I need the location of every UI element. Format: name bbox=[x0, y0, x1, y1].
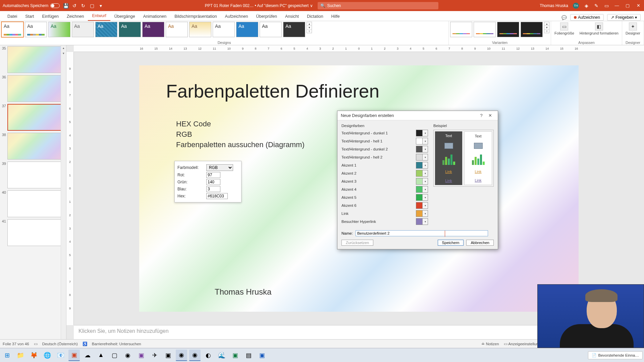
close-icon[interactable]: ✕ bbox=[635, 3, 641, 8]
chevron-down-icon[interactable]: ▾ bbox=[422, 186, 428, 192]
tab-datei[interactable]: Datei bbox=[3, 12, 21, 21]
app-icon[interactable]: ☁ bbox=[82, 350, 93, 361]
window-icon[interactable]: ▭ bbox=[604, 3, 609, 8]
slide-thumb[interactable] bbox=[7, 46, 64, 73]
firefox-icon[interactable]: 🦊 bbox=[28, 350, 40, 361]
edge-icon[interactable]: 🌊 bbox=[216, 350, 227, 361]
slide-size-button[interactable]: ▭Foliengröße bbox=[552, 22, 576, 36]
slide-title[interactable]: Farbenpaletten Definieren bbox=[166, 80, 379, 102]
app-icon[interactable]: ◉ bbox=[122, 350, 133, 361]
color-dropdown[interactable]: ▾ bbox=[416, 170, 428, 177]
share-button[interactable]: ↗Freigeben ▾ bbox=[607, 14, 641, 21]
chevron-down-icon[interactable]: ▾ bbox=[422, 219, 428, 225]
tab-uebergaenge[interactable]: Übergänge bbox=[110, 12, 139, 21]
color-dropdown[interactable]: ▾ bbox=[416, 162, 428, 169]
theme-thumb[interactable]: Aa bbox=[95, 22, 117, 37]
chevron-down-icon[interactable]: ▾ bbox=[422, 146, 428, 152]
theme-thumb[interactable]: Aa bbox=[189, 22, 211, 37]
app-icon[interactable]: ▣ bbox=[162, 350, 174, 361]
tab-start[interactable]: Start bbox=[21, 12, 38, 21]
theme-thumb[interactable]: Aa bbox=[48, 22, 70, 37]
blau-input[interactable] bbox=[206, 186, 220, 192]
theme-thumb[interactable]: Aa bbox=[142, 22, 164, 37]
theme-thumb[interactable]: Aa bbox=[1, 22, 23, 37]
status-lang[interactable]: Deutsch (Österreich) bbox=[42, 342, 78, 346]
qat-more-icon[interactable]: ▾ bbox=[98, 3, 103, 8]
theme-thumb[interactable]: Aa bbox=[166, 22, 188, 37]
designer-button[interactable]: ✦Designer bbox=[624, 22, 642, 36]
user-avatar[interactable]: TH bbox=[573, 3, 579, 9]
variant-thumb[interactable] bbox=[450, 22, 472, 37]
slide-thumb[interactable] bbox=[7, 190, 64, 217]
theme-gallery-spinner[interactable]: ▴▾▿ bbox=[307, 22, 312, 33]
chevron-down-icon[interactable]: ▾ bbox=[422, 194, 428, 200]
color-dropdown[interactable]: ▾ bbox=[416, 138, 428, 144]
variant-thumb[interactable] bbox=[497, 22, 519, 37]
chevron-down-icon[interactable]: ▾ bbox=[422, 138, 428, 144]
rot-input[interactable] bbox=[206, 172, 220, 178]
pen-icon[interactable]: ✎ bbox=[594, 3, 599, 8]
color-dropdown[interactable]: ▾ bbox=[416, 194, 428, 201]
user-name[interactable]: Thomas Hruska bbox=[540, 3, 568, 8]
onenote-icon[interactable]: ▣ bbox=[136, 350, 147, 361]
toggle-switch-icon[interactable] bbox=[50, 3, 60, 8]
theme-thumb[interactable]: Aa bbox=[283, 22, 305, 37]
thumb-scrollbar[interactable]: ▴▾ bbox=[61, 45, 66, 339]
theme-thumb[interactable]: Aa bbox=[236, 22, 258, 37]
variant-gallery-spinner[interactable]: ▴▾▿ bbox=[544, 22, 549, 33]
dialog-titlebar[interactable]: Neue Designfarben erstellen ? ✕ bbox=[337, 111, 498, 120]
search-box[interactable]: 🔍 bbox=[318, 2, 438, 9]
taskbar-news-pill[interactable]: 📄Bevorstehende Einna… bbox=[588, 351, 643, 359]
record-button[interactable]: Aufzeichnen bbox=[570, 14, 604, 21]
spellcheck-icon[interactable]: ▭ bbox=[34, 342, 38, 346]
color-dropdown[interactable]: ▾ bbox=[416, 130, 428, 136]
slide-thumbnail-panel[interactable]: 35 36 37 38 39 40 41 ▴▾ bbox=[0, 45, 66, 339]
tab-dictation[interactable]: Dictation bbox=[303, 12, 327, 21]
name-input[interactable] bbox=[356, 230, 488, 236]
excel-icon[interactable]: ▣ bbox=[229, 350, 241, 361]
accessibility-icon[interactable]: ♿ bbox=[83, 342, 87, 346]
reset-button[interactable]: Zurücksetzen bbox=[341, 240, 373, 246]
color-dropdown[interactable]: ▾ bbox=[416, 218, 428, 225]
status-access[interactable]: Barrierefreiheit: Untersuchen bbox=[92, 342, 141, 346]
notes-toggle[interactable]: ≐ Notizen bbox=[481, 342, 499, 346]
app-icon[interactable]: ▢ bbox=[109, 350, 120, 361]
explorer-icon[interactable]: 📁 bbox=[15, 350, 26, 361]
chrome-icon[interactable]: 🌐 bbox=[42, 350, 53, 361]
telegram-icon[interactable]: ✈ bbox=[149, 350, 160, 361]
chevron-down-icon[interactable]: ▾ bbox=[422, 170, 428, 176]
slide-body[interactable]: HEX Code RGB Farbenpaletten aussuchen (D… bbox=[176, 119, 305, 150]
theme-thumb[interactable]: Aa bbox=[260, 22, 282, 37]
tab-aufzeichnen[interactable]: Aufzeichnen bbox=[221, 12, 252, 21]
color-dropdown[interactable]: ▾ bbox=[416, 186, 428, 193]
tab-bildschirm[interactable]: Bildschirmpräsentation bbox=[170, 12, 221, 21]
tab-ansicht[interactable]: Ansicht bbox=[281, 12, 303, 21]
dialog-help-icon[interactable]: ? bbox=[477, 113, 486, 118]
outlook-icon[interactable]: 📧 bbox=[55, 350, 66, 361]
slide-canvas[interactable]: Farbenpaletten Definieren HEX Code RGB F… bbox=[139, 65, 579, 312]
gruen-input[interactable] bbox=[206, 179, 220, 185]
maximize-icon[interactable]: ▢ bbox=[625, 3, 631, 8]
vlc-icon[interactable]: ▲ bbox=[95, 350, 107, 361]
chevron-down-icon[interactable]: ▾ bbox=[422, 210, 428, 217]
slide-thumb[interactable] bbox=[7, 75, 64, 102]
undo-icon[interactable]: ↺ bbox=[72, 3, 77, 8]
slide-thumb[interactable] bbox=[7, 133, 64, 160]
color-dropdown[interactable]: ▾ bbox=[416, 202, 428, 209]
app-icon[interactable]: ▤ bbox=[243, 350, 254, 361]
theme-thumb[interactable]: Aa bbox=[25, 22, 47, 37]
model-select[interactable]: RGB bbox=[206, 164, 233, 171]
powerpoint-icon[interactable]: ▣ bbox=[68, 350, 80, 361]
color-dropdown[interactable]: ▾ bbox=[416, 146, 428, 153]
save-icon[interactable]: 💾 bbox=[63, 3, 68, 8]
minimize-icon[interactable]: — bbox=[614, 3, 620, 8]
tab-animationen[interactable]: Animationen bbox=[139, 12, 171, 21]
from-beginning-icon[interactable]: ▢ bbox=[89, 3, 95, 8]
format-background-button[interactable]: ◧Hintergrund formatieren bbox=[578, 22, 621, 36]
autosave-toggle[interactable]: Automatisches Speichern bbox=[3, 3, 60, 8]
obs-icon[interactable]: ◉ bbox=[176, 350, 187, 361]
variant-thumb[interactable] bbox=[474, 22, 496, 37]
chevron-down-icon[interactable]: ▾ bbox=[422, 130, 428, 136]
start-icon[interactable]: ⊞ bbox=[1, 350, 13, 361]
word-icon[interactable]: ▣ bbox=[256, 350, 268, 361]
